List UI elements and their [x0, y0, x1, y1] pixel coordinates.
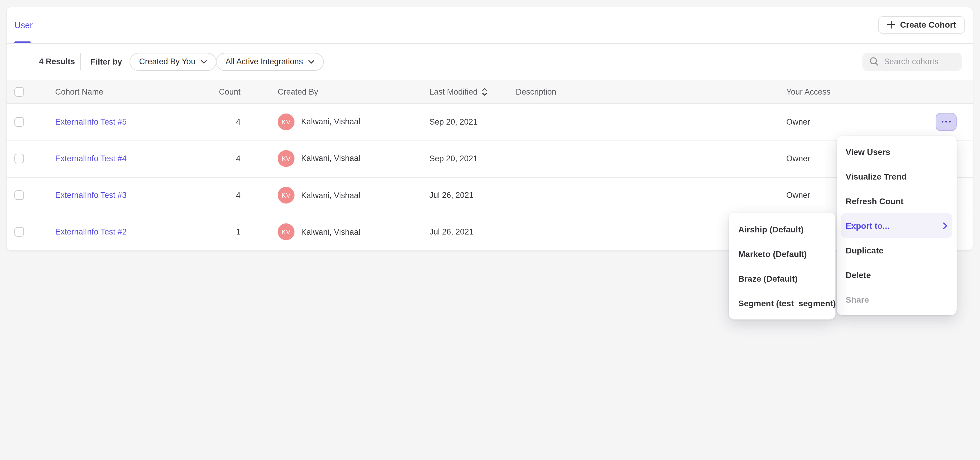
create-cohort-button[interactable]: Create Cohort: [878, 16, 965, 34]
toolbar-divider: [80, 53, 81, 70]
cohort-name-link[interactable]: ExternalInfo Test #3: [55, 191, 127, 200]
last-modified-cell: Jul 26, 2021: [430, 191, 474, 200]
avatar: KV: [278, 113, 294, 130]
created-by-cell: KV Kalwani, Vishaal: [278, 224, 360, 241]
cohort-count: 4: [181, 117, 240, 126]
submenu-item-marketo[interactable]: Marketo (Default): [729, 241, 835, 266]
created-by-cell: KV Kalwani, Vishaal: [278, 187, 360, 204]
toolbar: 4 Results Filter by Created By You All A…: [6, 43, 973, 80]
cohort-count: 4: [181, 191, 240, 200]
avatar: KV: [278, 150, 294, 167]
last-modified-cell: Sep 20, 2021: [430, 117, 478, 126]
tab-user[interactable]: User: [14, 7, 33, 43]
access-cell: Owner: [786, 154, 810, 163]
integrations-filter-value: All Active Integrations: [226, 57, 303, 66]
results-count: 4 Results: [39, 57, 75, 66]
row-checkbox[interactable]: [14, 117, 24, 126]
column-count[interactable]: Count: [181, 87, 240, 96]
column-your-access: Your Access: [786, 87, 830, 96]
search-icon: [870, 57, 879, 66]
cohort-count: 4: [181, 154, 240, 163]
column-created-by[interactable]: Created By: [278, 87, 318, 96]
filter-by-label: Filter by: [91, 57, 122, 66]
creator-name: Kalwani, Vishaal: [301, 117, 360, 126]
cohort-name-link[interactable]: ExternalInfo Test #4: [55, 154, 127, 163]
table-header: Cohort Name Count Created By Last Modifi…: [6, 80, 973, 104]
menu-item-share: Share: [837, 287, 957, 311]
avatar: KV: [278, 224, 294, 241]
last-modified-cell: Jul 26, 2021: [430, 228, 474, 236]
cohorts-page: User Create Cohort 4 Results Filter by C…: [0, 0, 980, 460]
menu-item-refresh-count[interactable]: Refresh Count: [837, 188, 957, 213]
submenu-item-segment[interactable]: Segment (test_segment): [729, 291, 835, 315]
menu-item-visualize-trend[interactable]: Visualize Trend: [837, 164, 957, 188]
creator-name: Kalwani, Vishaal: [301, 191, 360, 200]
menu-item-export-to[interactable]: Export to...: [841, 213, 952, 238]
submenu-item-airship[interactable]: Airship (Default): [729, 217, 835, 241]
select-all-checkbox[interactable]: [14, 87, 24, 96]
column-cohort-name[interactable]: Cohort Name: [55, 87, 103, 96]
table-row: ExternalInfo Test #4 4 KV Kalwani, Visha…: [6, 140, 973, 178]
row-checkbox[interactable]: [14, 190, 24, 200]
column-description[interactable]: Description: [516, 87, 556, 96]
table-row: ExternalInfo Test #3 4 KV Kalwani, Visha…: [6, 177, 973, 214]
creator-name: Kalwani, Vishaal: [301, 154, 360, 163]
row-checkbox[interactable]: [14, 227, 24, 237]
tab-bar: User Create Cohort: [6, 7, 973, 44]
access-cell: Owner: [786, 191, 810, 200]
row-actions-menu: View Users Visualize Trend Refresh Count…: [837, 136, 957, 315]
plus-icon: [887, 21, 895, 29]
menu-item-duplicate[interactable]: Duplicate: [837, 238, 957, 262]
menu-item-delete[interactable]: Delete: [837, 262, 957, 287]
cohort-name-link[interactable]: ExternalInfo Test #2: [55, 228, 127, 236]
created-by-cell: KV Kalwani, Vishaal: [278, 150, 360, 167]
column-last-modified[interactable]: Last Modified: [430, 87, 488, 96]
creator-name: Kalwani, Vishaal: [301, 228, 360, 236]
chevron-down-icon: [308, 60, 314, 63]
access-cell: Owner: [786, 117, 810, 126]
created-by-filter-value: Created By You: [139, 57, 196, 66]
search-input[interactable]: [884, 57, 962, 66]
cohort-count: 1: [181, 228, 240, 236]
tab-user-label: User: [14, 21, 33, 30]
search-cohorts-box: [862, 53, 962, 70]
created-by-filter-dropdown[interactable]: Created By You: [130, 53, 216, 70]
row-checkbox[interactable]: [14, 154, 24, 163]
chevron-right-icon: [943, 222, 948, 229]
sort-icon: [482, 87, 488, 96]
integrations-filter-dropdown[interactable]: All Active Integrations: [216, 53, 324, 70]
table-row: ExternalInfo Test #5 4 KV Kalwani, Visha…: [6, 103, 973, 141]
tab-active-underline: [14, 41, 30, 43]
create-cohort-label: Create Cohort: [900, 20, 956, 29]
submenu-item-braze[interactable]: Braze (Default): [729, 266, 835, 291]
last-modified-cell: Sep 20, 2021: [430, 154, 478, 163]
avatar: KV: [278, 187, 294, 204]
export-submenu: Airship (Default) Marketo (Default) Braz…: [729, 212, 835, 319]
chevron-down-icon: [201, 60, 207, 63]
created-by-cell: KV Kalwani, Vishaal: [278, 113, 360, 130]
cohort-name-link[interactable]: ExternalInfo Test #5: [55, 117, 127, 126]
menu-item-view-users[interactable]: View Users: [837, 139, 957, 164]
row-actions-button[interactable]: [935, 113, 957, 131]
